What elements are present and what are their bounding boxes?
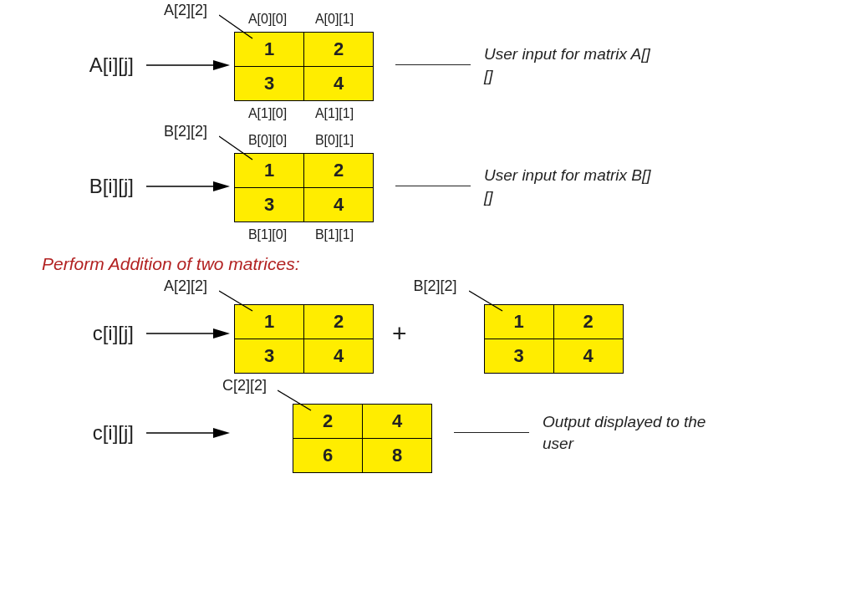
arrow-icon	[142, 48, 234, 82]
idx-label: B[1][0]	[234, 227, 301, 242]
svg-line-8	[219, 291, 252, 311]
matrix-b-row: B[i][j] B[2][2] B[0][0] B[0][1] 12 34 B[…	[17, 130, 839, 242]
cell: 2	[304, 154, 374, 188]
matrix-a-block: A[2][2] A[0][0] A[0][1] 12 34 A[1][0] A[…	[234, 8, 374, 121]
svg-marker-1	[213, 60, 230, 70]
cell: 4	[304, 67, 374, 101]
leader-line	[454, 432, 529, 433]
matrix-b-var: B[i][j]	[17, 175, 142, 198]
matrix-a-row: A[i][j] A[2][2] A[0][0] A[0][1] 12 34 A[…	[17, 8, 839, 121]
idx-label: B[0][0]	[234, 133, 301, 148]
arrow-icon	[142, 170, 234, 203]
matrix-a-var: A[i][j]	[17, 53, 142, 77]
idx-label: A[1][1]	[301, 106, 368, 121]
arrow-icon	[142, 416, 234, 450]
leader-line	[278, 389, 319, 414]
idx-label: A[1][0]	[234, 106, 301, 121]
idx-label: A[0][0]	[234, 12, 301, 27]
cell: 2	[304, 33, 374, 67]
cell: 3	[235, 188, 304, 222]
matrix-a-table: 12 34	[234, 32, 374, 101]
leader-line	[219, 289, 261, 314]
plus-symbol: +	[374, 319, 425, 348]
matrix-b-dim: B[2][2]	[164, 123, 207, 140]
svg-line-9	[469, 291, 502, 311]
add-left-dim: A[2][2]	[164, 277, 207, 295]
add-right-dim: B[2][2]	[414, 277, 457, 295]
result-dim: C[2][2]	[222, 377, 267, 395]
cell: 4	[553, 339, 623, 374]
result-table: 24 68	[293, 404, 432, 473]
leader-line	[395, 186, 471, 186]
cell: 3	[235, 67, 304, 101]
idx-label: B[0][1]	[301, 133, 368, 148]
result-block: C[2][2] 24 68	[293, 387, 432, 478]
result-row: c[i][j] C[2][2] 24 68 Output displayed t…	[17, 387, 839, 478]
leader-line	[395, 64, 471, 65]
addition-row: c[i][j] A[2][2] 12 34 + B[2][2] 12 34	[17, 288, 839, 379]
add-left-table: 12 34	[234, 304, 374, 374]
svg-line-12	[278, 390, 311, 410]
add-right-table: 12 34	[484, 304, 624, 374]
svg-marker-11	[213, 428, 230, 438]
matrix-b-table: 12 34	[234, 153, 374, 222]
svg-marker-4	[213, 181, 230, 191]
matrix-a-bottom-labels: A[1][0] A[1][1]	[234, 106, 368, 121]
cell: 6	[293, 439, 363, 473]
matrix-b-block: B[2][2] B[0][0] B[0][1] 12 34 B[1][0] B[…	[234, 130, 374, 242]
arrow-icon	[142, 317, 234, 350]
matrix-a-desc: User input for matrix A[][]	[484, 43, 651, 86]
cell: 4	[304, 339, 374, 374]
matrix-b-bottom-labels: B[1][0] B[1][1]	[234, 227, 368, 242]
leader-line	[469, 289, 511, 314]
add-left-block: A[2][2] 12 34	[234, 288, 374, 379]
idx-label: B[1][1]	[301, 227, 368, 242]
cell: 3	[484, 339, 553, 374]
add-right-block: B[2][2] 12 34	[484, 288, 624, 379]
cell: 4	[304, 188, 374, 222]
matrix-b-top-labels: B[0][0] B[0][1]	[234, 133, 368, 148]
matrix-a-dim: A[2][2]	[164, 2, 207, 19]
cell: 3	[235, 339, 304, 374]
result-desc: Output displayed to the user	[543, 411, 710, 454]
cell: 4	[363, 405, 432, 439]
matrix-b-desc: User input for matrix B[][]	[484, 165, 651, 207]
cell: 2	[553, 305, 623, 339]
cell: 8	[363, 439, 432, 473]
cell: 2	[304, 305, 374, 339]
result-var: c[i][j]	[17, 322, 142, 345]
matrix-a-top-labels: A[0][0] A[0][1]	[234, 12, 368, 27]
svg-marker-7	[213, 328, 230, 339]
result-var: c[i][j]	[17, 421, 142, 445]
section-heading: Perform Addition of two matrices:	[42, 254, 839, 274]
idx-label: A[0][1]	[301, 12, 368, 27]
